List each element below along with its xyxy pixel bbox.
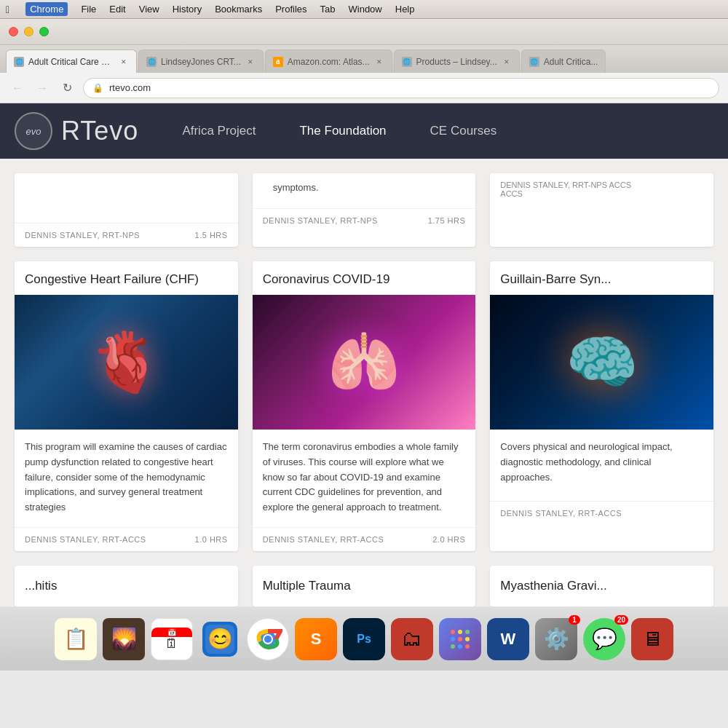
tab-3[interactable]: 🌐 Products – Lindsey... ✕ (394, 50, 520, 73)
menu-bookmarks[interactable]: Bookmarks (215, 4, 262, 15)
dock-photoshop[interactable]: Ps (343, 618, 385, 660)
dock-filezilla[interactable]: 🗂 (391, 618, 433, 660)
tab-2[interactable]: a Amazon.com: Atlas... ✕ (265, 50, 392, 73)
bottom-card-2[interactable]: Myasthenia Gravi... (490, 566, 713, 606)
nav-africa-project[interactable]: Africa Project (182, 124, 256, 138)
dock-finder[interactable]: 😊 (199, 618, 241, 660)
tab-close-1[interactable]: ✕ (245, 57, 256, 67)
card-chf[interactable]: Congestive Heart Failure (CHF) This prog… (15, 261, 238, 551)
address-input[interactable]: 🔒 rtevo.com (83, 78, 719, 98)
card-guillain-author: DENNIS STANLEY, RRT-ACCS (500, 509, 622, 518)
svg-point-12 (465, 637, 470, 641)
bottom-card-0[interactable]: ...hitis (15, 566, 238, 606)
svg-point-15 (465, 644, 470, 649)
card-guillain[interactable]: Guillain-Barre Syn... Covers physical an… (490, 261, 713, 551)
menu-profiles[interactable]: Profiles (275, 4, 306, 15)
dock-system-preferences[interactable]: ⚙️ 1 (535, 618, 577, 660)
dock-launchpad[interactable] (439, 618, 481, 660)
site-nav: evo RTevo Africa Project The Foundation … (0, 103, 728, 159)
partial-card-1: symptoms. DENNIS STANLEY, RRT-NPS 1.75 H… (253, 173, 476, 247)
dock-calendar[interactable]: 📅 🗓 (151, 618, 193, 660)
dock-remote-desktop[interactable]: 🖥 (631, 618, 673, 660)
partial-author-0: DENNIS STANLEY, RRT-NPS (25, 231, 140, 240)
course-grid: Congestive Heart Failure (CHF) This prog… (0, 247, 728, 566)
card-covid-image (253, 295, 476, 430)
card-chf-hours: 1.0 HRS (195, 535, 228, 544)
card-chf-author: DENNIS STANLEY, RRT-ACCS (25, 535, 146, 544)
tab-label-3: Products – Lindsey... (416, 57, 497, 67)
menu-history[interactable]: History (173, 4, 202, 15)
tab-1[interactable]: 🌐 LindseyJones CRT... ✕ (138, 50, 264, 73)
tab-label-4: Adult Critica... (544, 57, 598, 67)
back-button[interactable]: ← (9, 79, 26, 97)
tab-label-1: LindseyJones CRT... (161, 57, 241, 67)
dock-photo[interactable]: 🌄 (103, 618, 145, 660)
bottom-partial-row: ...hitis Multiple Trauma Myasthenia Grav… (0, 566, 728, 606)
address-bar: ← → ↻ 🔒 rtevo.com (0, 73, 728, 103)
tab-label-0: Adult Critical Care S... (28, 57, 114, 67)
menu-bar:  Chrome File Edit View History Bookmark… (0, 0, 728, 19)
svg-text:😊: 😊 (207, 627, 233, 651)
tab-favicon-3: 🌐 (402, 57, 412, 67)
card-covid[interactable]: Coronavirus COVID-19 The term coronaviru… (253, 261, 476, 551)
svg-point-10 (451, 637, 455, 641)
svg-point-14 (458, 644, 462, 649)
lock-icon: 🔒 (92, 83, 103, 93)
card-guillain-desc: Covers physical and neurological impact,… (490, 430, 713, 495)
dock-sublime-text[interactable]: S (295, 618, 337, 660)
nav-ce-courses[interactable]: CE Courses (430, 124, 497, 138)
tab-close-2[interactable]: ✕ (374, 57, 384, 67)
dock-messages[interactable]: 💬 20 (583, 618, 625, 660)
menu-chrome[interactable]: Chrome (25, 2, 68, 16)
card-chf-desc: This program will examine the causes of … (15, 430, 238, 521)
card-chf-image (15, 295, 238, 430)
tab-favicon-0: 🌐 (14, 57, 24, 67)
svg-point-8 (458, 630, 462, 634)
card-chf-title: Congestive Heart Failure (CHF) (15, 261, 238, 295)
card-covid-hours: 2.0 HRS (432, 535, 465, 544)
tab-favicon-4: 🌐 (529, 57, 539, 67)
svg-point-6 (264, 636, 272, 643)
menu-help[interactable]: Help (395, 4, 415, 15)
dock-chrome[interactable] (247, 618, 289, 660)
website: evo RTevo Africa Project The Foundation … (0, 103, 728, 606)
card-covid-author: DENNIS STANLEY, RRT-ACCS (263, 535, 384, 544)
bottom-card-1[interactable]: Multiple Trauma (253, 566, 476, 606)
tab-close-3[interactable]: ✕ (502, 57, 512, 67)
menu-view[interactable]: View (139, 4, 159, 15)
minimize-button[interactable] (24, 27, 33, 36)
close-button[interactable] (9, 27, 18, 36)
tab-0[interactable]: 🌐 Adult Critical Care S... ✕ (6, 50, 137, 73)
tab-4[interactable]: 🌐 Adult Critica... (521, 50, 606, 73)
tab-close-0[interactable]: ✕ (119, 57, 129, 67)
svg-point-11 (458, 637, 462, 641)
menu-edit[interactable]: Edit (109, 4, 125, 15)
window-chrome-bar (0, 19, 728, 45)
address-text: rtevo.com (109, 82, 151, 93)
bottom-card-1-title: Multiple Trauma (263, 579, 351, 593)
tab-favicon-1: 🌐 (146, 57, 157, 67)
dock-word[interactable]: W (487, 618, 529, 660)
reload-button[interactable]: ↻ (58, 79, 76, 97)
apple-menu[interactable]:  (6, 4, 9, 15)
menu-tab[interactable]: Tab (320, 4, 336, 15)
logo-text: RTevo (61, 116, 138, 146)
dock: 📋 🌄 📅 🗓 😊 S Ps 🗂 (0, 606, 728, 670)
menu-window[interactable]: Window (349, 4, 382, 15)
logo-circle: evo (15, 112, 52, 150)
card-guillain-title: Guillain-Barre Syn... (490, 261, 713, 295)
nav-links: Africa Project The Foundation CE Courses (182, 124, 496, 138)
card-guillain-image (490, 295, 713, 430)
menu-file[interactable]: File (81, 4, 96, 15)
maximize-button[interactable] (39, 27, 49, 36)
card-covid-title: Coronavirus COVID-19 (253, 261, 476, 295)
forward-button[interactable]: → (33, 79, 51, 97)
top-partial-row: DENNIS STANLEY, RRT-NPS 1.5 HRS symptoms… (0, 159, 728, 247)
site-logo[interactable]: evo RTevo (15, 112, 138, 150)
nav-the-foundation[interactable]: The Foundation (299, 124, 386, 138)
partial-hours-0: 1.5 HRS (195, 231, 228, 240)
system-prefs-badge: 1 (569, 615, 580, 625)
messages-badge: 20 (614, 615, 628, 625)
dock-notes[interactable]: 📋 (55, 618, 97, 660)
partial-hours-1: 1.75 HRS (428, 216, 466, 225)
